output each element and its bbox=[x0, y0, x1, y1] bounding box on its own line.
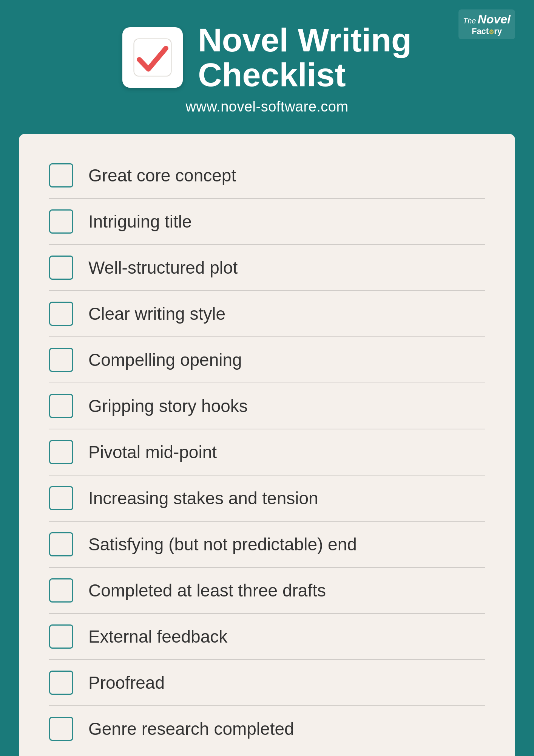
item-label: Intriguing title bbox=[88, 211, 192, 232]
item-label: External feedback bbox=[88, 626, 227, 647]
checkbox[interactable] bbox=[49, 717, 73, 741]
list-item[interactable]: Great core concept bbox=[49, 153, 485, 199]
title-line1: Novel Writing bbox=[198, 21, 412, 59]
brand-factory-text: Fact⚙ry bbox=[463, 26, 511, 36]
checkmark-svg bbox=[132, 37, 173, 78]
item-label: Proofread bbox=[88, 672, 165, 693]
header-title-block: Novel Writing Checklist bbox=[198, 23, 412, 93]
header-top: Novel Writing Checklist bbox=[30, 23, 504, 93]
checkbox[interactable] bbox=[49, 394, 73, 418]
checkbox[interactable] bbox=[49, 256, 73, 280]
checkbox[interactable] bbox=[49, 671, 73, 695]
item-label: Great core concept bbox=[88, 165, 236, 186]
list-item[interactable]: Genre research completed bbox=[49, 706, 485, 751]
item-label: Increasing stakes and tension bbox=[88, 488, 318, 508]
list-item[interactable]: Increasing stakes and tension bbox=[49, 476, 485, 522]
list-item[interactable]: Completed at least three drafts bbox=[49, 568, 485, 614]
item-label: Clear writing style bbox=[88, 304, 225, 324]
brand-logo: The Novel Fact⚙ry bbox=[458, 9, 515, 39]
item-label: Genre research completed bbox=[88, 719, 294, 739]
title-line2: Checklist bbox=[198, 56, 346, 93]
list-item[interactable]: External feedback bbox=[49, 614, 485, 660]
item-label: Satisfying (but not predictable) end bbox=[88, 534, 357, 555]
page-title: Novel Writing Checklist bbox=[198, 23, 412, 93]
checkbox[interactable] bbox=[49, 486, 73, 510]
checkbox[interactable] bbox=[49, 532, 73, 556]
checkbox[interactable] bbox=[49, 440, 73, 464]
logo-badge bbox=[122, 27, 183, 88]
item-label: Completed at least three drafts bbox=[88, 580, 326, 601]
header: The Novel Fact⚙ry Novel Writing Checklis… bbox=[0, 0, 534, 134]
checkbox[interactable] bbox=[49, 578, 73, 603]
list-item[interactable]: Compelling opening bbox=[49, 337, 485, 383]
checklist-container: Great core conceptIntriguing titleWell-s… bbox=[19, 134, 515, 756]
checkbox[interactable] bbox=[49, 302, 73, 326]
checkbox[interactable] bbox=[49, 348, 73, 372]
list-item[interactable]: Intriguing title bbox=[49, 199, 485, 245]
item-label: Pivotal mid-point bbox=[88, 442, 217, 462]
list-item[interactable]: Proofread bbox=[49, 660, 485, 706]
list-item[interactable]: Well-structured plot bbox=[49, 245, 485, 291]
brand-novel-text: Novel bbox=[478, 12, 511, 26]
list-item[interactable]: Satisfying (but not predictable) end bbox=[49, 522, 485, 568]
checkbox[interactable] bbox=[49, 163, 73, 187]
checkbox[interactable] bbox=[49, 624, 73, 649]
gear-icon: ⚙ bbox=[489, 29, 494, 35]
brand-the-text: The bbox=[463, 17, 476, 25]
item-label: Well-structured plot bbox=[88, 257, 238, 278]
list-item[interactable]: Clear writing style bbox=[49, 291, 485, 337]
item-label: Gripping story hooks bbox=[88, 396, 248, 416]
header-url: www.novel-software.com bbox=[185, 99, 348, 115]
item-label: Compelling opening bbox=[88, 350, 242, 370]
list-item[interactable]: Gripping story hooks bbox=[49, 383, 485, 429]
checkbox[interactable] bbox=[49, 209, 73, 234]
list-item[interactable]: Pivotal mid-point bbox=[49, 429, 485, 476]
